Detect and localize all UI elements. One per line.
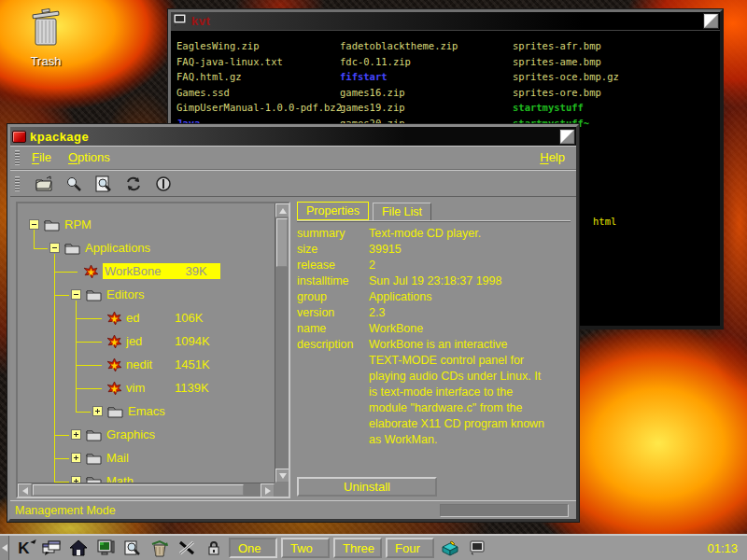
trash-icon: [27, 35, 64, 51]
find-package-button[interactable]: [62, 173, 86, 195]
terminal-line: Games.ssdgames16.zipsprites-ore.bmp: [176, 85, 714, 101]
tree-vertical-scrollbar[interactable]: [275, 203, 289, 483]
kpackage-window-icon: [12, 131, 26, 143]
trash-label: Trash: [13, 54, 78, 68]
terminal-launcher-button[interactable]: [92, 537, 118, 559]
property-row: size39915: [297, 242, 571, 258]
package-detail-panel: Properties File List summaryText-mode CD…: [297, 202, 571, 498]
kde-panel: K One Two Three Four 01:13: [0, 534, 747, 560]
home-directory-button[interactable]: [65, 537, 91, 559]
desktop-one-button[interactable]: One: [229, 538, 277, 558]
status-mode-text: Management Mode: [15, 504, 116, 517]
tree-item-workbone-selected[interactable]: WorkBone39K: [18, 259, 275, 283]
collapse-expander-icon[interactable]: [71, 289, 81, 300]
scroll-right-button[interactable]: [261, 483, 275, 497]
tree-item-math[interactable]: Math: [18, 469, 275, 483]
tree-item-rpm[interactable]: RPM: [18, 213, 275, 236]
kvt-maximize-button[interactable]: [704, 14, 718, 28]
tab-file-list[interactable]: File List: [373, 203, 431, 220]
expand-expander-icon[interactable]: [71, 476, 81, 483]
tree-horizontal-scrollbar[interactable]: [18, 483, 275, 497]
property-row: installtimeSun Jul 19 23:18:37 1998: [297, 273, 571, 289]
terminal-line: EaglesWing.zipfadetoblacktheme.zipsprite…: [176, 38, 714, 54]
selected-row-highlight: WorkBone39K: [103, 263, 220, 279]
kpackage-window-title: kpackage: [30, 130, 557, 144]
lock-icon: [205, 539, 222, 556]
scroll-up-button[interactable]: [275, 203, 289, 217]
collapse-expander-icon[interactable]: [29, 219, 39, 230]
right-arrow-icon: [265, 487, 271, 495]
window-list-button[interactable]: [38, 537, 63, 559]
tree-item-vim[interactable]: vim1139K: [18, 376, 275, 399]
desktop: { "colors": { "accent_yellow": "#ffff00"…: [0, 0, 747, 560]
detail-tabs: Properties File List: [297, 202, 571, 221]
terminal-launcher-icon: [96, 539, 115, 556]
panel-hide-handle[interactable]: [0, 536, 9, 560]
horizontal-scroll-thumb[interactable]: [33, 484, 244, 496]
k-menu-button[interactable]: K: [11, 537, 36, 559]
expand-tree-button[interactable]: [121, 173, 146, 195]
property-row: release2: [297, 258, 571, 273]
k-menu-icon: K: [18, 540, 29, 556]
open-package-button[interactable]: [32, 173, 56, 195]
desktop-three-button[interactable]: Three: [333, 538, 382, 558]
expand-expander-icon[interactable]: [92, 406, 103, 416]
tree-item-jed[interactable]: jed1094K: [18, 329, 275, 353]
tree-item-mail[interactable]: Mail: [18, 446, 275, 469]
menu-options[interactable]: Options: [63, 148, 121, 166]
trash-desktop-icon[interactable]: Trash: [13, 7, 78, 68]
expand-expander-icon[interactable]: [71, 453, 81, 463]
tree-item-ed[interactable]: ed106K: [18, 306, 275, 329]
collapse-expander-icon[interactable]: [49, 243, 60, 253]
kpackage-main-area: RPM Applications WorkBone39K Editors: [10, 197, 576, 500]
scroll-left-button[interactable]: [18, 483, 32, 497]
terminal-partial-text: html: [593, 214, 616, 230]
terminal-line: GimpUserManual-1.0.0-pdf.bz2games19.zips…: [176, 100, 714, 116]
property-row: groupApplications: [297, 289, 571, 305]
lock-screen-button[interactable]: [201, 537, 226, 559]
kpackage-titlebar[interactable]: kpackage: [10, 127, 576, 146]
kpackage-window: kpackage File Options Help: [7, 124, 579, 522]
home-icon: [69, 539, 88, 556]
toolbar-drag-handle[interactable]: [15, 176, 20, 191]
x-utilities-button[interactable]: [174, 537, 199, 559]
menu-file[interactable]: File: [26, 148, 63, 166]
package-tree: RPM Applications WorkBone39K Editors: [18, 203, 275, 483]
window-list-icon: [41, 539, 62, 556]
tree-item-editors[interactable]: Editors: [18, 283, 275, 306]
terminal-line: FAQ.html.gzfifstartsprites-oce.bmp.gz: [176, 69, 714, 85]
menubar-drag-handle[interactable]: [15, 150, 20, 165]
kvt-titlebar[interactable]: kvt: [171, 12, 720, 31]
property-row-description: descriptionWorkBone is an interactive TE…: [297, 337, 571, 448]
tree-item-graphics[interactable]: Graphics: [18, 423, 275, 446]
kpackage-task-icon: [440, 539, 460, 556]
tab-properties[interactable]: Properties: [297, 202, 369, 220]
uninstall-button[interactable]: Uninstall: [297, 477, 437, 497]
menu-help[interactable]: Help: [534, 148, 576, 166]
find-files-button[interactable]: [120, 537, 145, 559]
progress-bar: [440, 504, 569, 517]
kpackage-menubar: File Options Help: [10, 146, 576, 170]
trash-panel-button[interactable]: [147, 537, 172, 559]
panel-clock: 01:13: [707, 541, 743, 555]
property-row: summaryText-mode CD player.: [297, 226, 571, 242]
properties-table: summaryText-mode CD player. size39915 re…: [297, 221, 571, 448]
property-row: nameWorkBone: [297, 321, 571, 337]
desktop-four-button[interactable]: Four: [386, 538, 434, 558]
quit-button[interactable]: [151, 173, 176, 195]
tree-item-applications[interactable]: Applications: [18, 236, 275, 259]
kpackage-maximize-button[interactable]: [560, 130, 574, 144]
tree-item-nedit[interactable]: nedit1451K: [18, 353, 275, 376]
find-file-button[interactable]: [92, 173, 116, 195]
kpackage-task-button[interactable]: [437, 537, 462, 559]
tree-item-emacs[interactable]: Emacs: [18, 399, 275, 423]
vertical-scroll-thumb[interactable]: [276, 218, 288, 267]
kvt-task-button[interactable]: [464, 537, 489, 559]
kvt-window-icon: [173, 13, 188, 30]
scroll-down-button[interactable]: [275, 469, 289, 483]
kpackage-statusbar: Management Mode: [10, 500, 576, 519]
property-row: version2.3: [297, 305, 571, 321]
collapse-arrow-icon: [2, 544, 7, 552]
desktop-two-button[interactable]: Two: [281, 538, 330, 558]
expand-expander-icon[interactable]: [71, 429, 81, 440]
